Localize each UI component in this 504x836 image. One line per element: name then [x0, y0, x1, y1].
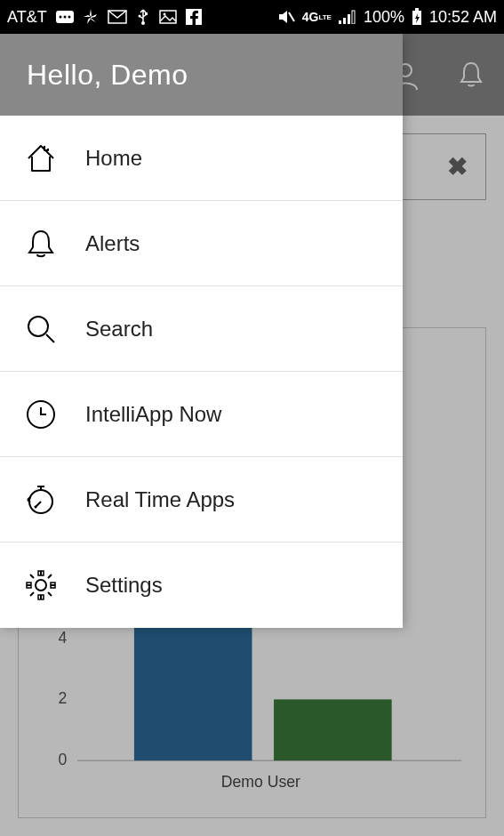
- home-icon: [21, 139, 60, 178]
- menu-label: IntelliApp Now: [85, 402, 221, 427]
- menu-item-alerts[interactable]: Alerts: [0, 201, 403, 286]
- usb-icon: [136, 8, 150, 26]
- svg-line-11: [289, 12, 294, 21]
- gear-icon: [21, 566, 60, 605]
- clock-icon: [21, 395, 60, 434]
- bell-icon: [21, 224, 60, 263]
- svg-point-5: [141, 21, 145, 25]
- menu-label: Settings: [85, 573, 163, 598]
- image-icon: [159, 10, 177, 24]
- carrier-label: AT&T: [7, 8, 47, 27]
- mute-icon: [277, 9, 295, 25]
- svg-rect-6: [145, 12, 148, 15]
- yelp-icon: [83, 9, 99, 25]
- status-bar: AT&T 4GLTE 100% 1: [0, 0, 504, 34]
- facebook-icon: [186, 9, 202, 25]
- menu-item-search[interactable]: Search: [0, 286, 403, 372]
- menu-item-home[interactable]: Home: [0, 116, 403, 201]
- menu-label: Home: [85, 146, 142, 171]
- svg-point-1: [59, 16, 61, 19]
- ytick: 4: [58, 629, 67, 647]
- stopwatch-icon: [21, 480, 60, 519]
- search-icon: [21, 309, 60, 349]
- svg-rect-8: [160, 11, 176, 23]
- svg-point-3: [68, 16, 70, 19]
- menu-item-intelliapp[interactable]: IntelliApp Now: [0, 372, 403, 457]
- message-icon: [56, 11, 74, 23]
- menu-item-settings[interactable]: Settings: [0, 543, 403, 628]
- svg-rect-17: [415, 8, 419, 11]
- ytick: 2: [58, 689, 67, 707]
- battery-label: 100%: [364, 8, 404, 27]
- svg-rect-13: [343, 18, 346, 24]
- menu-item-realtime[interactable]: Real Time Apps: [0, 457, 403, 543]
- menu-label: Alerts: [85, 231, 140, 256]
- svg-rect-15: [352, 11, 355, 24]
- bar-series-b: [274, 699, 392, 760]
- greeting-text: Hello, Demo: [27, 59, 188, 92]
- svg-point-7: [138, 15, 140, 18]
- signal-icon: [339, 10, 356, 24]
- menu-label: Search: [85, 317, 153, 342]
- close-icon[interactable]: ✖: [447, 152, 468, 181]
- svg-line-21: [46, 334, 54, 342]
- ytick: 0: [58, 751, 67, 768]
- mail-icon: [108, 10, 127, 24]
- navigation-drawer: Hello, Demo Home Alerts Search Intelli: [0, 34, 403, 628]
- bell-icon[interactable]: [456, 60, 486, 90]
- svg-point-24: [35, 505, 37, 508]
- drawer-menu: Home Alerts Search IntelliApp Now Real T: [0, 116, 403, 628]
- menu-label: Real Time Apps: [85, 487, 235, 512]
- drawer-header: Hello, Demo: [0, 34, 403, 116]
- svg-rect-14: [348, 14, 350, 24]
- svg-point-25: [36, 580, 46, 591]
- network-icon: 4GLTE: [302, 10, 332, 24]
- svg-point-20: [28, 317, 48, 336]
- svg-rect-12: [339, 20, 341, 24]
- time-label: 10:52 AM: [429, 8, 497, 27]
- x-category-label: Demo User: [221, 773, 300, 791]
- battery-charging-icon: [412, 8, 422, 26]
- svg-point-2: [63, 16, 66, 19]
